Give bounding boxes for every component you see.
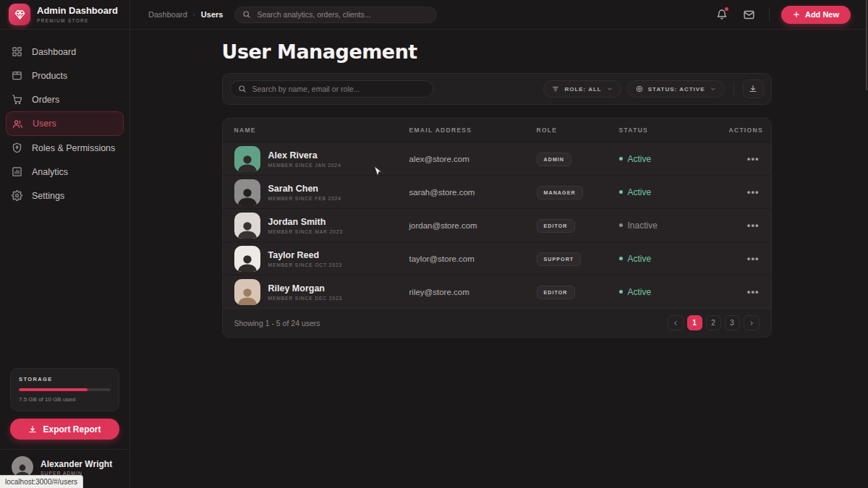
page-title: User Management <box>222 40 772 63</box>
profile-text: Alexander Wright SUPER ADMIN <box>41 459 112 476</box>
filter-icon <box>552 85 559 93</box>
avatar <box>234 213 260 239</box>
breadcrumb-users: Users <box>201 10 224 19</box>
scrollbar[interactable] <box>866 0 867 90</box>
user-member-since: MEMBER SINCE DEC 2023 <box>268 296 343 301</box>
user-email: jordan@store.com <box>409 221 537 230</box>
avatar <box>234 179 260 205</box>
topbar-actions: Add New <box>714 6 851 24</box>
role-badge: EDITOR <box>537 219 575 233</box>
pagination: 1 2 3 <box>668 315 760 330</box>
table-row[interactable]: Alex Rivera MEMBER SINCE JAN 2024 alex@s… <box>223 142 771 175</box>
chevron-right-icon: › <box>193 11 195 18</box>
user-member-since: MEMBER SINCE OCT 2023 <box>268 262 342 267</box>
brand-title: Admin Dashboard <box>37 6 118 17</box>
user-member-since: MEMBER SINCE JAN 2024 <box>268 163 341 168</box>
users-table: NAME EMAIL ADDRESS ROLE STATUS ACTIONS A… <box>222 118 772 338</box>
user-member-since: MEMBER SINCE MAR 2023 <box>268 229 343 234</box>
download-icon <box>28 425 37 434</box>
divider <box>733 82 734 96</box>
browser-status-url: localhost:3000/#/users <box>0 475 83 488</box>
storage-progress-fill <box>19 388 88 391</box>
row-actions-button[interactable]: ••• <box>729 187 760 197</box>
topbar: Dashboard › Users Add New <box>131 0 868 30</box>
status-badge: Active <box>619 254 729 264</box>
status-badge: Inactive <box>619 221 729 231</box>
filters-toolbar: ROLE: ALL STATUS: ACTIVE <box>222 73 772 105</box>
global-search-input[interactable] <box>257 10 429 19</box>
sidebar-item-label: Analytics <box>32 167 68 177</box>
user-email: taylor@store.com <box>409 254 537 263</box>
sidebar-item-label: Roles & Permissions <box>32 143 115 153</box>
row-actions-button[interactable]: ••• <box>729 153 760 164</box>
avatar <box>234 246 260 272</box>
sidebar-item-products[interactable]: Products <box>0 64 129 87</box>
sidebar-item-label: Products <box>32 71 67 81</box>
role-badge: ADMIN <box>537 153 572 166</box>
storage-progress-track <box>19 388 111 391</box>
plus-icon <box>793 11 800 18</box>
storage-used-text: 7.5 GB of 10 GB used <box>19 396 111 403</box>
user-search[interactable] <box>230 80 433 98</box>
user-name: Taylor Reed <box>268 250 342 260</box>
table-header-row: NAME EMAIL ADDRESS ROLE STATUS ACTIONS <box>223 119 771 142</box>
divider <box>769 7 770 22</box>
notifications-button[interactable] <box>714 7 730 22</box>
user-name: Riley Morgan <box>268 283 343 294</box>
dashboard-icon <box>12 46 23 58</box>
row-actions-button[interactable]: ••• <box>729 220 760 231</box>
page-button-3[interactable]: 3 <box>725 315 740 330</box>
main-content: User Management ROLE: ALL STATUS: ACTIVE <box>131 30 868 488</box>
sidebar-bottom: STORAGE 7.5 GB of 10 GB used Export Repo… <box>0 368 129 488</box>
table-footer: Showing 1 - 5 of 24 users 1 2 3 <box>223 308 771 337</box>
page-button-1[interactable]: 1 <box>687 315 702 330</box>
role-filter-button[interactable]: ROLE: ALL <box>543 80 621 98</box>
role-badge: MANAGER <box>537 186 583 200</box>
pagination-summary: Showing 1 - 5 of 24 users <box>234 319 320 328</box>
row-actions-button[interactable]: ••• <box>729 253 760 264</box>
status-filter-label: STATUS: ACTIVE <box>648 86 705 93</box>
table-row[interactable]: Sarah Chen MEMBER SINCE FEB 2024 sarah@s… <box>223 175 771 208</box>
notification-badge <box>725 7 728 11</box>
table-row[interactable]: Taylor Reed MEMBER SINCE OCT 2023 taylor… <box>223 241 771 275</box>
storage-label: STORAGE <box>19 376 111 382</box>
export-report-button[interactable]: Export Report <box>10 419 119 440</box>
chevron-down-icon <box>607 86 613 92</box>
table-row[interactable]: Jordan Smith MEMBER SINCE MAR 2023 jorda… <box>223 208 771 241</box>
products-icon <box>12 70 23 82</box>
status-badge: Active <box>619 287 729 297</box>
page-button-2[interactable]: 2 <box>706 315 721 330</box>
add-new-button[interactable]: Add New <box>781 6 851 24</box>
row-actions-button[interactable]: ••• <box>729 286 760 297</box>
global-search[interactable] <box>234 7 437 23</box>
download-button[interactable] <box>743 80 764 98</box>
status-filter-button[interactable]: STATUS: ACTIVE <box>627 80 725 98</box>
status-dot-icon <box>619 190 623 194</box>
sidebar-item-dashboard[interactable]: Dashboard <box>0 40 129 64</box>
breadcrumb-dashboard[interactable]: Dashboard <box>148 10 187 19</box>
table-row[interactable]: Riley Morgan MEMBER SINCE DEC 2023 riley… <box>223 275 771 308</box>
avatar <box>234 146 260 172</box>
prev-page-button[interactable] <box>668 315 684 330</box>
gear-icon <box>12 190 23 202</box>
sidebar-item-analytics[interactable]: Analytics <box>0 160 129 184</box>
user-search-input[interactable] <box>252 85 425 93</box>
sidebar-item-label: Dashboard <box>32 47 76 57</box>
status-badge: Active <box>619 187 729 197</box>
storage-widget: STORAGE 7.5 GB of 10 GB used <box>10 368 119 411</box>
sidebar-item-settings[interactable]: Settings <box>0 184 129 207</box>
gem-icon <box>9 4 30 25</box>
next-page-button[interactable] <box>744 315 760 330</box>
messages-button[interactable] <box>741 7 757 22</box>
add-new-label: Add New <box>805 10 839 19</box>
sidebar-item-orders[interactable]: Orders <box>0 87 129 111</box>
sidebar-item-roles-permissions[interactable]: Roles & Permissions <box>0 136 129 160</box>
role-badge: SUPPORT <box>537 252 582 266</box>
sidebar-item-users[interactable]: Users <box>6 111 124 136</box>
role-filter-label: ROLE: ALL <box>564 86 601 93</box>
breadcrumb: Dashboard › Users <box>148 10 223 19</box>
user-name: Jordan Smith <box>268 217 343 227</box>
profile-name: Alexander Wright <box>41 459 112 469</box>
export-report-label: Export Report <box>43 424 101 435</box>
user-name: Sarah Chen <box>268 184 341 194</box>
